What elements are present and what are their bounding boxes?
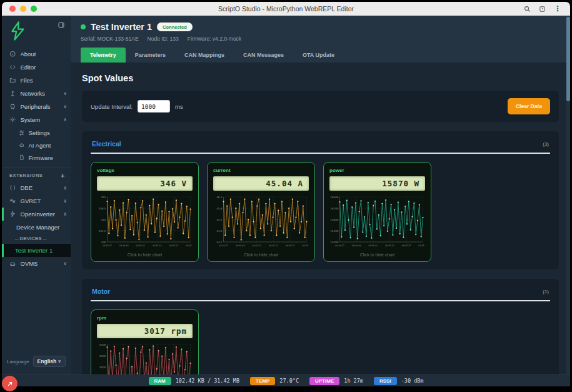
- device-firmware: Firmware: v4.2.0-mock: [188, 36, 241, 42]
- chevron-down-icon: ∨: [63, 104, 67, 109]
- tab-ota-update[interactable]: OTA Update: [293, 48, 344, 63]
- language-value: English: [38, 358, 57, 364]
- svg-text:08:45:37: 08:45:37: [418, 244, 425, 247]
- vertical-scrollbar[interactable]: [566, 16, 570, 374]
- network-antenna-icon: [9, 90, 16, 97]
- update-interval-panel: Update Interval: ms Clear Data: [82, 91, 559, 122]
- device-header: Test Inverter 1 Connected Serial: MOCK-1…: [71, 16, 570, 63]
- svg-text:08:45:01: 08:45:01: [252, 244, 261, 247]
- extensions-icon[interactable]: [539, 6, 546, 13]
- tab-can-mappings[interactable]: CAN Mappings: [175, 48, 234, 63]
- scrollbar-thumb[interactable]: [566, 17, 570, 101]
- chart-power: 150001540015800162001660008:44:3708:44:4…: [329, 194, 425, 250]
- sidebar-item-about[interactable]: About: [2, 48, 71, 61]
- svg-text:3100: 3100: [99, 343, 106, 346]
- svg-text:08:45:01: 08:45:01: [368, 244, 378, 247]
- update-interval-input[interactable]: [138, 100, 170, 113]
- lcd-display-power: 15870 W: [329, 176, 425, 191]
- minimize-window-button[interactable]: [20, 6, 26, 12]
- car-icon: [9, 260, 16, 267]
- gauge-card-rpm[interactable]: rpm 3017 rpm 2900295030003050310008:44:3…: [91, 309, 199, 374]
- sidebar-item-system[interactable]: System ∧: [2, 113, 71, 126]
- svg-text:45.1: 45.1: [216, 218, 223, 221]
- svg-text:335.5: 335.5: [99, 229, 106, 233]
- tab-can-messages[interactable]: CAN Messages: [234, 48, 293, 63]
- uptime-value: 1h 27m: [344, 378, 363, 384]
- hide-chart-caption: Click to hide chart: [329, 253, 425, 257]
- status-temp: TEMP 27.0°C: [250, 377, 299, 385]
- gauge-card-current[interactable]: current 45.04 A 44.144.645.145.646.108:4…: [207, 162, 315, 262]
- hide-chart-caption: Click to hide chart: [97, 253, 193, 257]
- sidebar-item-settings[interactable]: Settings: [2, 126, 71, 139]
- hide-chart-caption: Click to hide chart: [213, 253, 309, 257]
- close-window-button[interactable]: [9, 6, 16, 12]
- chart-current: 44.144.645.145.646.108:44:3708:44:4908:4…: [213, 194, 309, 250]
- sidebar-item-openinverter[interactable]: OpenInverter ∧: [2, 208, 71, 221]
- device-serial: Serial: MOCK-133-51AE: [81, 36, 139, 42]
- sidebar-item-label: Editor: [21, 64, 36, 71]
- device-name: Test Inverter 1: [91, 22, 152, 32]
- folder-icon: [9, 77, 16, 84]
- arrow-up-right-icon: [6, 380, 14, 388]
- sidebar-item-label: Firmware: [29, 154, 54, 161]
- svg-text:16600: 16600: [330, 196, 339, 199]
- section-motor: Motor (1) rpm 3017 rpm 29002950300030503…: [82, 279, 559, 374]
- connection-status-dot: [81, 24, 86, 29]
- extensions-header: EXTENSIONS +: [2, 168, 71, 181]
- search-icon[interactable]: [524, 6, 531, 13]
- chevron-down-icon: ∨: [63, 261, 67, 266]
- file-icon: [19, 154, 25, 161]
- ram-value: 102.42 KB / 31.42 MB: [176, 378, 239, 384]
- rssi-badge: RSSI: [374, 377, 397, 385]
- sidebar-item-networks[interactable]: Networks ∨: [2, 87, 71, 100]
- robot-icon: [19, 142, 25, 148]
- sidebar-item-ai-agent[interactable]: AI Agent: [2, 139, 71, 151]
- chevron-down-icon: ∨: [63, 91, 67, 96]
- launcher-badge[interactable]: [2, 376, 18, 391]
- gauge-card-voltage[interactable]: voltage 346 V 330335.5341346.535208:44:3…: [91, 162, 199, 262]
- collapse-sidebar-icon[interactable]: [58, 21, 65, 29]
- gauge-card-power[interactable]: power 15870 W 15000154001580016200166000…: [323, 162, 431, 262]
- devices-divider-label: -- DEVICES --: [15, 236, 46, 241]
- svg-text:352: 352: [101, 196, 106, 199]
- add-extension-icon[interactable]: +: [61, 173, 65, 178]
- lcd-display-current: 45.04 A: [213, 176, 309, 191]
- svg-text:3050: 3050: [99, 354, 106, 358]
- tab-telemetry[interactable]: Telemetry: [81, 48, 126, 63]
- extensions-header-label: EXTENSIONS: [9, 173, 43, 178]
- main-area: Test Inverter 1 Connected Serial: MOCK-1…: [71, 16, 570, 374]
- sidebar-item-dbe[interactable]: DBE ∨: [2, 181, 71, 194]
- sidebar-item-files[interactable]: Files: [2, 74, 71, 87]
- svg-text:08:44:37: 08:44:37: [335, 244, 344, 247]
- maximize-window-button[interactable]: [31, 6, 37, 12]
- telemetry-content: Spot Values Update Interval: ms Clear Da…: [71, 63, 570, 374]
- menu-kebab-icon[interactable]: ⋮: [554, 4, 561, 13]
- page-title: Spot Values: [82, 73, 559, 83]
- svg-text:44.1: 44.1: [216, 241, 223, 244]
- svg-text:08:44:37: 08:44:37: [103, 244, 112, 247]
- section-count: (1): [543, 289, 549, 294]
- lcd-display-rpm: 3017 rpm: [97, 324, 193, 338]
- info-icon: [9, 51, 16, 58]
- sidebar-item-firmware[interactable]: Firmware: [2, 151, 71, 164]
- status-bar: RAM 102.42 KB / 31.42 MB TEMP 27.0°C UPT…: [2, 374, 570, 386]
- sidebar-item-ovms[interactable]: OVMS ∨: [2, 257, 71, 270]
- sidebar-item-device-manager[interactable]: Device Manager: [2, 221, 71, 233]
- language-select[interactable]: English ∨: [33, 356, 66, 367]
- chip-icon: [9, 103, 16, 110]
- code-icon: [9, 64, 16, 71]
- sidebar-item-label: OpenInverter: [21, 211, 55, 218]
- status-ram: RAM 102.42 KB / 31.42 MB: [149, 377, 240, 385]
- sidebar-item-gvret[interactable]: GVRET ∨: [2, 194, 71, 208]
- svg-text:08:45:13: 08:45:13: [385, 244, 394, 247]
- clear-data-button[interactable]: Clear Data: [508, 98, 550, 114]
- sidebar-item-editor[interactable]: Editor: [2, 61, 71, 74]
- svg-text:08:45:25: 08:45:25: [401, 244, 411, 247]
- sidebar-item-peripherals[interactable]: Peripherals ∨: [2, 100, 71, 113]
- tab-parameters[interactable]: Parameters: [126, 48, 175, 63]
- chevron-down-icon: ∨: [63, 185, 67, 191]
- section-title: Electrical: [92, 140, 121, 148]
- app-logo-bolt-icon: [9, 21, 26, 41]
- sidebar-item-test-inverter-1[interactable]: Test Inverter 1: [2, 244, 71, 257]
- svg-text:08:44:49: 08:44:49: [352, 244, 361, 247]
